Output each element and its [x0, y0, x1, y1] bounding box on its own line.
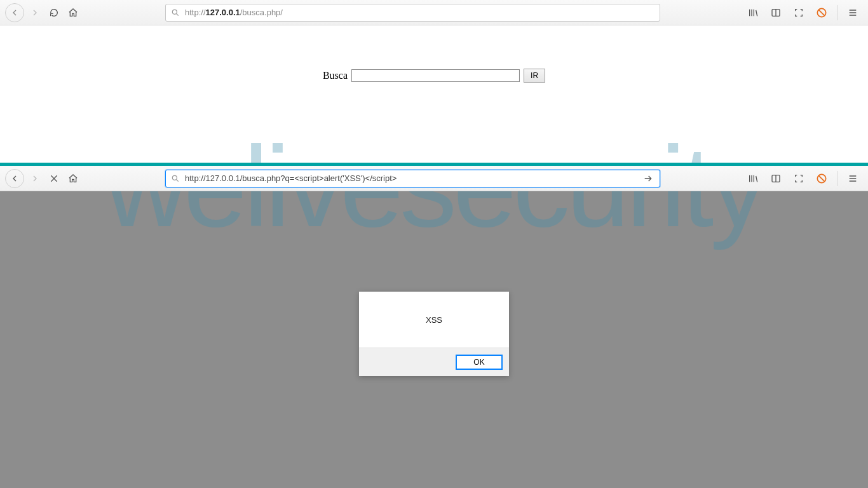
url-bar-top[interactable]: http://127.0.0.1/busca.php/	[165, 4, 660, 22]
sidebar-icon[interactable]	[766, 3, 786, 22]
search-icon	[171, 174, 180, 183]
menu-button[interactable]	[843, 3, 863, 22]
noscript-icon-2[interactable]	[811, 169, 832, 188]
alert-footer: OK	[359, 348, 509, 376]
back-button-2[interactable]	[5, 169, 24, 188]
page-content-top: Busca IR	[0, 25, 868, 163]
browser-toolbar-bottom: http://127.0.0.1/busca.php?q=<script>ale…	[0, 166, 868, 191]
url-bar-bottom[interactable]: http://127.0.0.1/busca.php?q=<script>ale…	[165, 170, 660, 187]
noscript-icon[interactable]	[811, 3, 832, 22]
screenshot-icon[interactable]	[789, 3, 809, 22]
menu-button-2[interactable]	[843, 169, 863, 188]
toolbar-right-top	[743, 3, 863, 22]
sidebar-icon-2[interactable]	[766, 169, 786, 188]
search-icon	[171, 8, 180, 17]
toolbar-divider	[837, 5, 837, 20]
url-text-bottom: http://127.0.0.1/busca.php?q=<script>ale…	[185, 173, 397, 183]
browser-toolbar-top: http://127.0.0.1/busca.php/	[0, 0, 868, 25]
url-text-top: http://127.0.0.1/busca.php/	[185, 8, 283, 17]
back-button[interactable]	[5, 3, 24, 22]
search-label: Busca	[323, 70, 348, 81]
forward-button-2[interactable]	[25, 169, 44, 188]
svg-point-3	[172, 175, 177, 180]
home-button[interactable]	[64, 3, 83, 22]
library-icon[interactable]	[743, 3, 763, 22]
alert-ok-button[interactable]: OK	[456, 355, 503, 370]
alert-dialog: XSS OK	[359, 292, 509, 376]
svg-point-0	[172, 10, 177, 14]
page-content-bottom: XSS OK	[0, 191, 868, 488]
forward-button[interactable]	[25, 3, 44, 22]
screenshot-icon-2[interactable]	[789, 169, 809, 188]
alert-message: XSS	[359, 292, 509, 348]
home-button-2[interactable]	[64, 169, 83, 188]
search-input[interactable]	[351, 69, 520, 82]
search-form: Busca IR	[323, 69, 545, 83]
toolbar-divider-2	[837, 171, 837, 186]
go-arrow-icon[interactable]	[642, 173, 654, 184]
reload-button[interactable]	[44, 3, 64, 22]
search-submit-button[interactable]: IR	[524, 69, 545, 83]
stop-button[interactable]	[44, 169, 64, 188]
library-icon-2[interactable]	[743, 169, 763, 188]
toolbar-right-bottom	[743, 169, 863, 188]
